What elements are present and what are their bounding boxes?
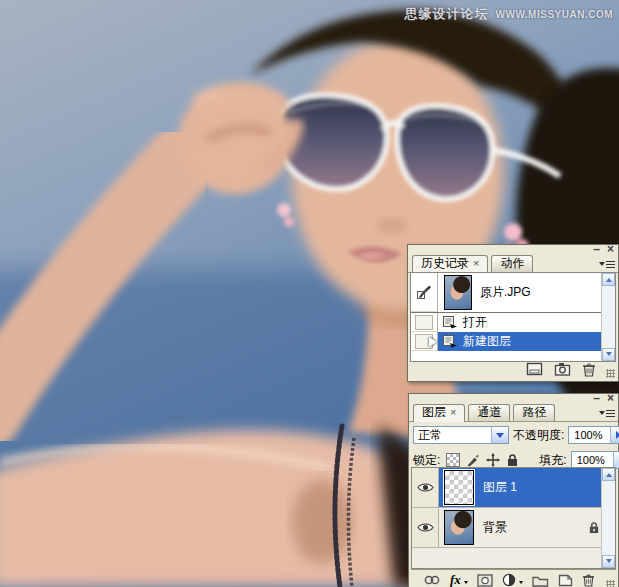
delete-trash-icon[interactable] (582, 362, 596, 377)
snapshot-thumbnail[interactable] (444, 275, 472, 310)
layer-style-fx-icon[interactable]: fx (450, 574, 461, 586)
layers-toolbar: fx (411, 569, 616, 587)
fill-label: 填充: (539, 452, 566, 469)
tab-layers[interactable]: 图层× (413, 404, 465, 422)
layers-scrollbar[interactable] (601, 468, 615, 568)
chevron-down-icon[interactable] (491, 427, 508, 443)
current-state-marker-icon[interactable] (429, 337, 442, 347)
minimize-icon[interactable]: – (593, 393, 600, 403)
history-actions-bar (410, 359, 616, 379)
tab-paths-label: 路径 (522, 405, 546, 419)
delete-layer-trash-icon[interactable] (582, 573, 595, 587)
layer-row-background[interactable]: 背景 (412, 508, 615, 548)
lock-transparency-icon[interactable] (446, 453, 460, 467)
visibility-cell[interactable] (412, 468, 439, 507)
resize-grip[interactable] (606, 580, 615, 587)
opacity-value[interactable]: 100% (569, 429, 610, 441)
tab-close-icon[interactable]: × (450, 406, 456, 418)
history-state-open[interactable]: 打开 (411, 313, 615, 332)
watermark-site-name: 思缘设计论坛 (405, 5, 489, 23)
new-snapshot-camera-icon[interactable] (554, 362, 571, 376)
new-layer-icon[interactable] (558, 574, 573, 587)
lock-paint-brush-icon[interactable] (466, 453, 480, 467)
fill-value[interactable]: 100% (572, 454, 613, 466)
snapshot-name: 原片.JPG (480, 284, 531, 301)
visibility-cell[interactable] (412, 508, 439, 547)
tab-history[interactable]: 历史记录× (412, 255, 488, 273)
opacity-slider-arrow-icon[interactable] (610, 427, 619, 443)
history-source-cell[interactable] (411, 313, 438, 332)
layers-panel-titlebar: – × (409, 394, 618, 404)
blend-opacity-row: 正常 不透明度: 100% (409, 422, 618, 447)
history-state-label: 新建图层 (463, 333, 511, 350)
close-icon[interactable]: × (607, 393, 614, 403)
eye-icon[interactable] (417, 522, 434, 533)
eye-icon[interactable] (417, 482, 434, 493)
layers-list: 图层 1 背景 (411, 467, 616, 569)
history-brush-icon (416, 284, 432, 300)
layer-thumbnail[interactable] (444, 470, 474, 505)
fill-slider-arrow-icon[interactable] (613, 452, 619, 468)
tab-actions[interactable]: 动作 (491, 255, 533, 272)
new-layer-action-icon (442, 334, 458, 349)
watermark: 思缘设计论坛 WWW.MISSYUAN.COM (405, 5, 613, 23)
history-panel-tabbar: 历史记录× 动作 (408, 255, 618, 273)
layer-thumbnail[interactable] (444, 510, 474, 545)
history-brush-source-cell[interactable] (411, 273, 438, 312)
tab-paths[interactable]: 路径 (513, 404, 555, 421)
minimize-icon[interactable]: – (593, 244, 600, 254)
panel-menu-icon[interactable] (597, 258, 615, 270)
history-scrollbar[interactable] (601, 273, 615, 361)
close-icon[interactable]: × (607, 244, 614, 254)
tab-history-label: 历史记录 (421, 256, 469, 270)
new-group-folder-icon[interactable] (532, 574, 549, 587)
scroll-down-icon[interactable] (602, 555, 615, 568)
history-state-new-layer[interactable]: 新建图层 (411, 332, 615, 351)
watermark-url: WWW.MISSYUAN.COM (496, 9, 613, 20)
tab-channels[interactable]: 通道 (468, 404, 510, 421)
link-layers-icon[interactable] (423, 574, 441, 586)
tab-channels-label: 通道 (477, 405, 501, 419)
layer-name[interactable]: 图层 1 (483, 479, 517, 496)
history-panel-titlebar: – × (408, 245, 618, 255)
blend-mode-value: 正常 (414, 427, 491, 444)
opacity-field[interactable]: 100% (568, 426, 619, 444)
add-layer-mask-icon[interactable] (477, 574, 493, 587)
adjustment-caret-icon (519, 581, 523, 586)
tab-close-icon[interactable]: × (473, 257, 479, 269)
history-state-label: 打开 (463, 314, 487, 331)
history-panel: – × 历史记录× 动作 原片. (407, 244, 619, 382)
layers-panel-tabbar: 图层× 通道 路径 (409, 404, 618, 422)
lock-label: 锁定: (413, 452, 440, 469)
photoshop-workspace: 思缘设计论坛 WWW.MISSYUAN.COM – × 历史记录× 动作 (0, 0, 619, 587)
new-document-from-state-icon[interactable] (526, 362, 543, 376)
layers-panel: – × 图层× 通道 路径 正常 不透明度: 100% (408, 393, 619, 587)
layer-name[interactable]: 背景 (483, 519, 507, 536)
opacity-label: 不透明度: (513, 427, 564, 444)
blend-mode-select[interactable]: 正常 (413, 426, 509, 444)
lock-all-icon[interactable] (506, 453, 519, 467)
open-action-icon (442, 315, 458, 330)
adjustment-layer-icon[interactable] (502, 573, 516, 587)
panel-menu-icon[interactable] (597, 407, 615, 419)
tab-actions-label: 动作 (500, 256, 524, 270)
fx-caret-icon (464, 581, 468, 586)
history-snapshot-row[interactable]: 原片.JPG (411, 273, 615, 313)
layer-locked-icon (588, 521, 600, 534)
scroll-up-icon[interactable] (602, 273, 615, 286)
history-list: 原片.JPG 打开 (410, 272, 616, 362)
layer-row-layer1[interactable]: 图层 1 (412, 468, 615, 508)
resize-grip[interactable] (606, 369, 615, 378)
tab-layers-label: 图层 (422, 405, 446, 419)
scroll-up-icon[interactable] (602, 468, 615, 481)
lock-position-move-icon[interactable] (486, 453, 500, 467)
source-checkbox[interactable] (415, 315, 433, 330)
